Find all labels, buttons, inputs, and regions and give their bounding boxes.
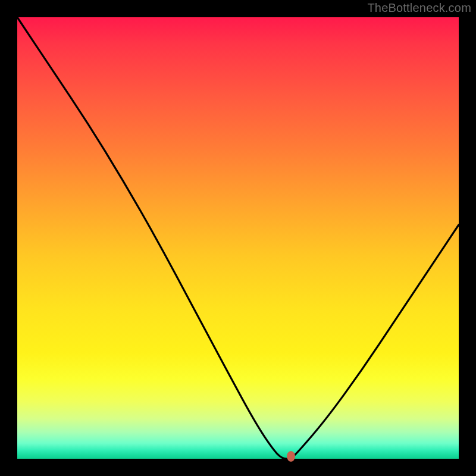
curve-path (17, 17, 459, 459)
watermark-text: TheBottleneck.com (367, 1, 471, 15)
optimal-point-marker (287, 451, 295, 462)
plot-area (17, 17, 459, 459)
chart-frame: TheBottleneck.com (0, 0, 476, 476)
bottleneck-curve (17, 17, 459, 459)
